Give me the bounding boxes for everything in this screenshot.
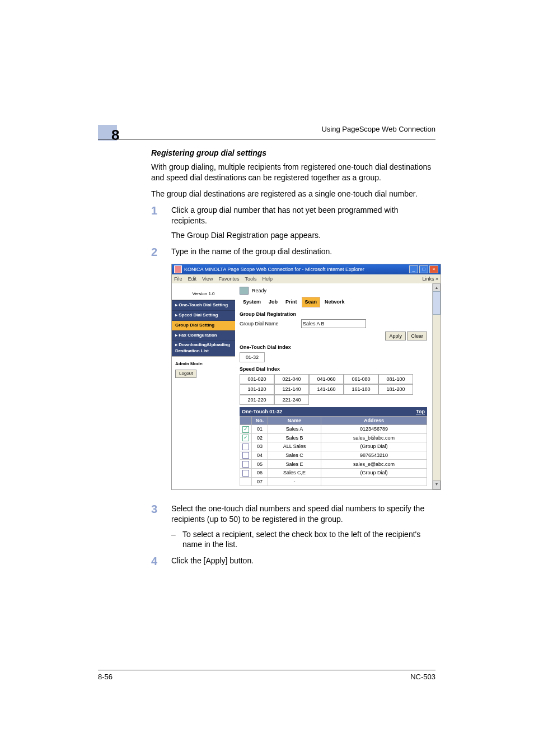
close-button[interactable]: × xyxy=(429,265,438,273)
window-title: KONICA MINOLTA Page Scope Web Connection… xyxy=(184,266,364,273)
row-checkbox[interactable] xyxy=(242,426,249,433)
col-name: Name xyxy=(268,416,321,424)
dash-bullet: – xyxy=(171,529,182,550)
header-rule xyxy=(98,139,435,139)
scroll-thumb[interactable] xyxy=(433,291,441,315)
model-number: NC-503 xyxy=(410,673,435,681)
browser-menubar: File Edit View Favorites Tools Help Link… xyxy=(172,274,441,283)
onetouch-index-value[interactable]: 01-32 xyxy=(240,352,265,362)
tab-print[interactable]: Print xyxy=(282,297,301,307)
version-label: Version 1.0 xyxy=(172,283,235,300)
step-1-sub: The Group Dial Registration page appears… xyxy=(171,230,435,241)
intro-paragraph-2: The group dial destinations are register… xyxy=(151,189,435,199)
maximize-button[interactable]: □ xyxy=(419,265,428,273)
main-tabs: System Job Print Scan Network xyxy=(240,297,427,307)
table-row: 03 ALL Sales (Group Dial) xyxy=(240,442,427,451)
table-row: 02 Sales B sales_b@abc.com xyxy=(240,433,427,442)
group-name-label: Group Dial Name xyxy=(240,320,301,327)
screenshot-browser-window: KONICA MINOLTA Page Scope Web Connection… xyxy=(171,264,441,490)
chapter-number: 8 xyxy=(111,127,119,143)
step-3-dash-body: To select a recipient, select the check … xyxy=(182,529,435,550)
tab-system[interactable]: System xyxy=(240,297,264,307)
speed-range[interactable]: 181-200 xyxy=(378,384,413,394)
speed-range[interactable]: 041-060 xyxy=(309,374,344,384)
sidebar-item-group[interactable]: Group Dial Setting xyxy=(172,320,235,330)
printer-status: Ready xyxy=(252,287,266,294)
ie-icon xyxy=(174,265,182,273)
menu-view[interactable]: View xyxy=(202,276,213,282)
speed-index-title: Speed Dial Index xyxy=(240,366,427,372)
tab-job[interactable]: Job xyxy=(265,297,281,307)
sidebar-item-speed[interactable]: ▸ Speed Dial Setting xyxy=(172,310,235,320)
tab-scan[interactable]: Scan xyxy=(302,297,321,307)
row-checkbox[interactable] xyxy=(242,461,249,468)
subheading: Registering group dial settings xyxy=(151,148,435,157)
page-footer: 8-56 NC-503 xyxy=(98,670,435,681)
speed-range[interactable]: 121-140 xyxy=(274,384,309,394)
tab-network[interactable]: Network xyxy=(321,297,348,307)
row-checkbox[interactable] xyxy=(242,452,249,459)
step-2-body: Type in the name of the group dial desti… xyxy=(171,247,332,256)
vertical-scrollbar[interactable]: ▴ ▾ xyxy=(432,283,441,489)
onetouch-index-title: One-Touch Dial Index xyxy=(240,344,427,351)
onetouch-table-header: One-Touch 01-32 Top xyxy=(240,407,427,416)
window-titlebar: KONICA MINOLTA Page Scope Web Connection… xyxy=(172,264,441,274)
clear-button[interactable]: Clear xyxy=(407,332,427,340)
onetouch-table: No. Name Address 01 Sales A 0123456789 xyxy=(240,416,427,486)
menu-edit[interactable]: Edit xyxy=(188,276,197,282)
row-checkbox[interactable] xyxy=(242,444,249,450)
sidebar-item-download[interactable]: ▸ Downloading/Uploading Destination List xyxy=(172,340,235,356)
content-panel: ▴ ▾ Ready System xyxy=(235,283,441,489)
menu-favorites[interactable]: Favorites xyxy=(218,276,239,282)
speed-range[interactable]: 001-020 xyxy=(240,374,274,384)
page-number: 8-56 xyxy=(98,673,113,681)
speed-range[interactable]: 141-160 xyxy=(309,384,344,394)
apply-button[interactable]: Apply xyxy=(385,332,406,340)
step-1-body: Click a group dial number that has not y… xyxy=(171,206,398,225)
group-name-input[interactable] xyxy=(301,319,366,328)
printer-icon xyxy=(240,287,249,295)
table-row: 07 - xyxy=(240,477,427,486)
table-row: 04 Sales C 9876543210 xyxy=(240,451,427,460)
menu-file[interactable]: File xyxy=(174,276,182,282)
table-row: 05 Sales E sales_e@abc.com xyxy=(240,460,427,469)
row-checkbox[interactable] xyxy=(242,435,249,441)
speed-range[interactable]: 221-240 xyxy=(274,395,309,405)
step-4-number: 4 xyxy=(151,556,171,567)
logout-button[interactable]: Logout xyxy=(175,370,196,378)
sidebar-item-fax[interactable]: ▸ Fax Configuration xyxy=(172,330,235,340)
speed-range[interactable]: 201-220 xyxy=(240,395,274,405)
step-4-body: Click the [Apply] button. xyxy=(171,556,254,565)
col-no: No. xyxy=(252,416,268,424)
table-row: 06 Sales C,E (Group Dial) xyxy=(240,469,427,478)
row-checkbox[interactable] xyxy=(242,470,249,477)
running-head: Using PageScope Web Connection xyxy=(321,125,435,133)
top-link[interactable]: Top xyxy=(416,408,425,415)
chapter-marker: 8 xyxy=(98,123,125,141)
col-address: Address xyxy=(321,416,427,424)
admin-mode-block: Admin Mode: Logout xyxy=(172,356,235,382)
speed-range[interactable]: 101-120 xyxy=(240,384,274,394)
step-3-body: Select the one-touch dial numbers and sp… xyxy=(171,504,424,524)
sidebar-item-onetouch[interactable]: ▸ One-Touch Dial Setting xyxy=(172,300,235,310)
scroll-down-icon[interactable]: ▾ xyxy=(433,480,441,489)
step-2-number: 2 xyxy=(151,246,171,497)
step-1-number: 1 xyxy=(151,205,171,241)
menu-tools[interactable]: Tools xyxy=(245,276,256,282)
speed-range[interactable]: 021-040 xyxy=(274,374,309,384)
sidebar: Version 1.0 ▸ One-Touch Dial Setting ▸ S… xyxy=(172,283,235,489)
speed-range[interactable]: 081-100 xyxy=(378,374,413,384)
speed-range[interactable]: 161-180 xyxy=(344,384,378,394)
minimize-button[interactable]: _ xyxy=(409,265,418,273)
speed-range[interactable]: 061-080 xyxy=(344,374,378,384)
step-3-number: 3 xyxy=(151,503,171,550)
intro-paragraph-1: With group dialing, multiple recipients … xyxy=(151,162,435,183)
table-row: 01 Sales A 0123456789 xyxy=(240,424,427,433)
links-label[interactable]: Links » xyxy=(422,276,438,282)
group-registration-title: Group Dial Registration xyxy=(240,311,427,318)
menu-help[interactable]: Help xyxy=(262,276,273,282)
